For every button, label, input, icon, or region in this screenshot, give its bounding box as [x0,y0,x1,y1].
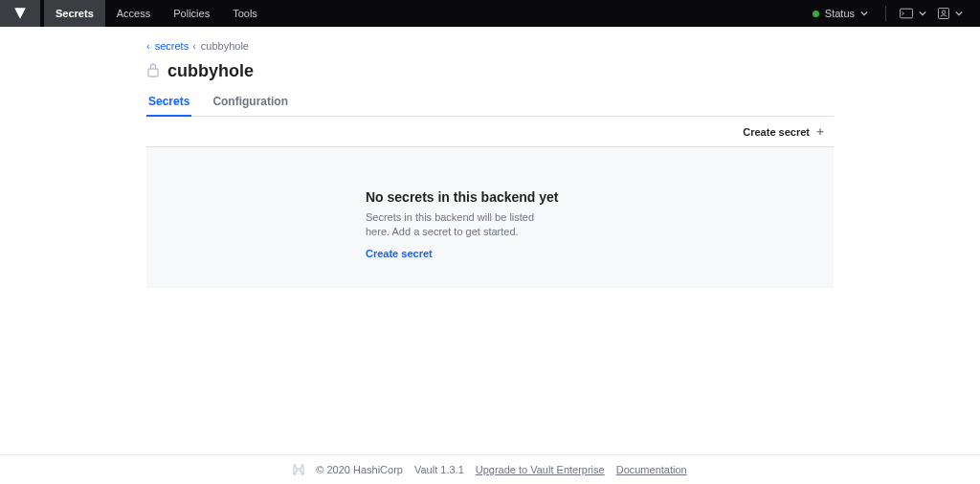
footer-copyright: © 2020 HashiCorp [316,464,403,475]
nav-item-access[interactable]: Access [105,0,162,27]
status-menu[interactable]: Status [803,8,878,19]
page-title: cubbyhole [167,61,254,81]
create-secret-button[interactable]: Create secret ＋ [743,123,826,140]
empty-state-message: Secrets in this backend will be listed h… [366,210,538,240]
chevron-down-icon [955,10,963,17]
user-menu[interactable] [932,8,969,19]
footer: © 2020 HashiCorp Vault 1.3.1 Upgrade to … [0,455,980,484]
empty-state-panel: No secrets in this backend yet Secrets i… [146,147,834,288]
tab-secrets[interactable]: Secrets [146,87,191,117]
secrets-toolbar: Create secret ＋ [146,117,834,147]
nav-right: Status [803,0,969,27]
hashicorp-icon [293,464,304,475]
nav-item-policies[interactable]: Policies [162,0,221,27]
svg-rect-3 [148,69,158,77]
page-content: ‹ secrets ‹ cubbyhole cubbyhole Secrets … [146,27,834,288]
chevron-left-icon: ‹ [146,40,150,52]
terminal-icon [900,8,913,19]
svg-point-2 [942,11,945,13]
footer-docs-link[interactable]: Documentation [616,464,687,475]
create-secret-label: Create secret [743,126,810,138]
empty-state: No secrets in this backend yet Secrets i… [366,189,614,259]
chevron-down-icon [860,8,868,19]
tab-configuration[interactable]: Configuration [211,87,290,117]
vault-logo-icon [13,7,27,20]
nav-left: Secrets Access Policies Tools [0,0,803,27]
tabs: Secrets Configuration [146,87,834,117]
chevron-down-icon [919,10,926,17]
lock-icon [146,62,160,80]
empty-state-create-link[interactable]: Create secret [366,248,614,259]
breadcrumb-current: cubbyhole [201,40,249,52]
user-icon [938,8,949,19]
top-nav: Secrets Access Policies Tools Status [0,0,980,27]
nav-item-secrets[interactable]: Secrets [44,0,105,27]
page-title-row: cubbyhole [146,61,834,81]
plus-icon: ＋ [814,123,826,140]
breadcrumb-parent-link[interactable]: secrets [155,40,189,52]
status-dot-icon [813,11,819,17]
nav-separator [885,6,886,21]
nav-item-tools[interactable]: Tools [221,0,269,27]
status-label: Status [825,8,855,19]
vault-logo[interactable] [0,0,40,27]
console-menu[interactable] [894,8,932,19]
breadcrumb: ‹ secrets ‹ cubbyhole [146,40,834,52]
footer-version: Vault 1.3.1 [414,464,464,475]
empty-state-title: No secrets in this backend yet [366,189,614,205]
chevron-left-icon: ‹ [192,40,196,52]
svg-rect-0 [900,9,912,18]
footer-upgrade-link[interactable]: Upgrade to Vault Enterprise [476,464,605,475]
